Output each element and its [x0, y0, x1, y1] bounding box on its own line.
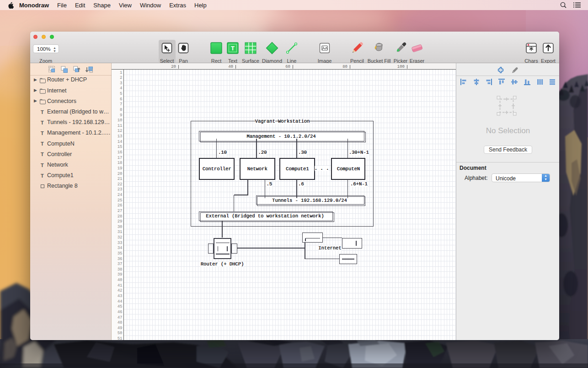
- svg-text:T: T: [231, 45, 235, 52]
